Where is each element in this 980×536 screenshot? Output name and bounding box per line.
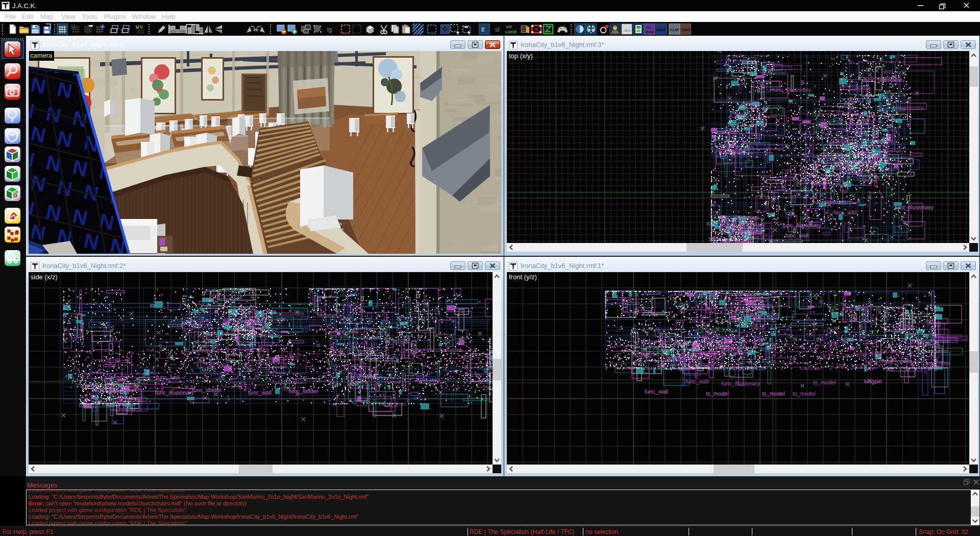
svg-text:no: no xyxy=(646,25,651,30)
svg-text:func_wall: func_wall xyxy=(685,378,709,384)
svg-text:func_wall: func_wall xyxy=(416,377,440,383)
svg-text:func_wall: func_wall xyxy=(645,388,668,395)
svg-text:func_wall: func_wall xyxy=(785,232,808,238)
svg-text:sl: sl xyxy=(495,26,500,33)
svg-text:UV: UV xyxy=(506,25,512,29)
svg-text:V: V xyxy=(140,25,143,30)
svg-text:func_door: func_door xyxy=(925,360,950,366)
svg-text:func_wall: func_wall xyxy=(834,209,857,215)
svg-text:func_illusionary: func_illusionary xyxy=(223,318,261,324)
svg-text:tl: tl xyxy=(481,26,484,33)
svg-text:ts_model: ts_model xyxy=(706,391,729,397)
svg-text:ts_model: ts_model xyxy=(813,379,836,385)
svg-text:func_illusionary: func_illusionary xyxy=(95,387,134,393)
svg-text:func_illusionary: func_illusionary xyxy=(721,380,760,386)
svg-text:kingpin: kingpin xyxy=(864,378,882,384)
svg-text:func_wall: func_wall xyxy=(335,328,358,334)
svg-text:func_ladder: func_ladder xyxy=(192,387,222,393)
svg-text:func_illusionary: func_illusionary xyxy=(772,87,811,93)
svg-text:ts_model: ts_model xyxy=(793,391,816,397)
svg-text:U: U xyxy=(136,25,139,30)
svg-text:HINT: HINT xyxy=(656,28,666,32)
svg-text:func_wall: func_wall xyxy=(739,229,763,235)
svg-text:draw: draw xyxy=(645,30,654,34)
svg-text:TRIG: TRIG xyxy=(681,28,691,32)
svg-text:LOCK: LOCK xyxy=(505,30,517,34)
svg-text:func_ladder: func_ladder xyxy=(289,388,318,394)
svg-text:func_illusionary: func_illusionary xyxy=(813,199,852,205)
svg-text:CLIP: CLIP xyxy=(670,28,679,32)
svg-text:func_illusionary: func_illusionary xyxy=(720,214,759,221)
svg-text:ts_model: ts_model xyxy=(762,391,785,397)
svg-text:ig: ig xyxy=(327,26,332,33)
svg-text:func_breakable: func_breakable xyxy=(864,77,902,83)
svg-text:func_illusionary: func_illusionary xyxy=(155,389,194,396)
svg-text:func_illusionary: func_illusionary xyxy=(726,222,765,228)
svg-text:func_wall: func_wall xyxy=(248,389,272,396)
svg-text:func_illusionary: func_illusionary xyxy=(782,222,821,228)
svg-text:func_illusionary: func_illusionary xyxy=(895,204,934,210)
svg-text:func_wall: func_wall xyxy=(156,374,180,380)
svg-text:ts_model: ts_model xyxy=(386,338,409,345)
